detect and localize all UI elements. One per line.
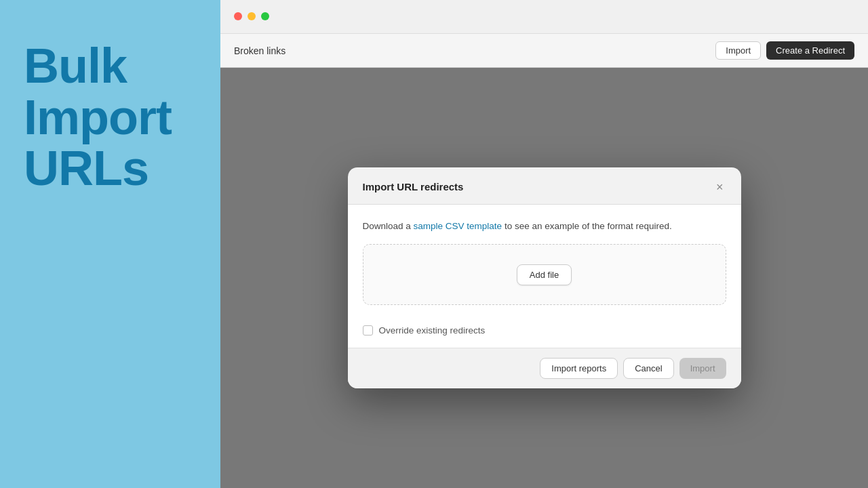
browser-toolbar: Broken links Import Create a Redirect <box>220 33 868 67</box>
cancel-button[interactable]: Cancel <box>623 358 673 379</box>
right-panel: Broken links Import Create a Redirect Im… <box>220 0 868 488</box>
create-redirect-button[interactable]: Create a Redirect <box>766 41 854 60</box>
hero-title: Bulk Import URLs <box>24 41 172 195</box>
traffic-light-red[interactable] <box>234 12 242 20</box>
file-drop-zone[interactable]: Add file <box>363 244 726 305</box>
left-panel: Bulk Import URLs <box>0 0 220 488</box>
browser-chrome: Broken links Import Create a Redirect <box>220 0 868 68</box>
import-modal-button[interactable]: Import <box>679 358 726 379</box>
modal-overlay: Import URL redirects × Download a sample… <box>220 68 868 488</box>
page-title: Broken links <box>234 45 285 56</box>
csv-template-link[interactable]: sample CSV template <box>414 221 502 231</box>
override-redirects-label: Override existing redirects <box>379 325 486 336</box>
modal-header: Import URL redirects × <box>348 167 741 205</box>
add-file-button[interactable]: Add file <box>517 264 572 285</box>
modal-title: Import URL redirects <box>363 181 464 192</box>
content-area: Import URL redirects × Download a sample… <box>220 68 868 488</box>
toolbar-buttons: Import Create a Redirect <box>715 41 854 60</box>
modal-description: Download a sample CSV template to see an… <box>363 220 726 233</box>
import-modal: Import URL redirects × Download a sample… <box>348 167 741 388</box>
import-reports-button[interactable]: Import reports <box>540 358 618 379</box>
modal-close-button[interactable]: × <box>713 180 726 195</box>
traffic-light-yellow[interactable] <box>248 12 256 20</box>
modal-body: Download a sample CSV template to see an… <box>348 205 741 348</box>
import-button[interactable]: Import <box>715 41 761 60</box>
modal-footer: Import reports Cancel Import <box>348 348 741 388</box>
traffic-lights <box>234 12 269 20</box>
traffic-light-green[interactable] <box>261 12 269 20</box>
override-redirects-checkbox[interactable] <box>363 325 373 336</box>
checkbox-row: Override existing redirects <box>363 316 726 348</box>
